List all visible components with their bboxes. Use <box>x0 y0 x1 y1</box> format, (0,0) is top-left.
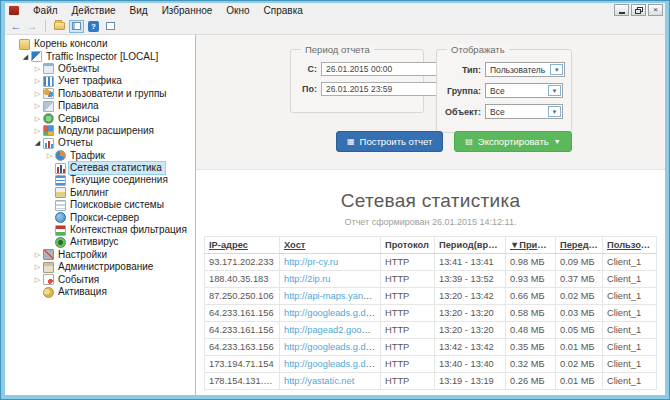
tree-item[interactable]: Активация <box>5 286 195 298</box>
tree-item[interactable]: Контекстная фильтрация <box>5 224 195 236</box>
tree-item[interactable]: Прокси-сервер <box>5 211 195 223</box>
table-cell: 13:41 - 13:41 <box>435 254 506 271</box>
app-window: Файл Действие Вид Избранное Окно Справка… <box>0 0 670 400</box>
tree-item[interactable]: ▷Администрирование <box>5 261 195 273</box>
table-cell: 87.250.250.106 <box>205 288 280 305</box>
date-from-input[interactable] <box>321 62 442 76</box>
chevron-down-icon: ▼ <box>550 64 563 75</box>
antivirus-icon <box>55 237 66 248</box>
table-cell: 0.58 МБ <box>506 305 556 322</box>
collapsed-expander-icon[interactable]: ▷ <box>32 115 43 123</box>
tree-item[interactable]: Корень консоли <box>5 38 195 50</box>
table-cell: 0.37 МБ <box>556 271 603 288</box>
tree-item[interactable]: ◢Traffic Inspector [LOCAL] <box>5 50 195 62</box>
table-cell: Client_1 <box>603 373 657 390</box>
collapsed-expander-icon[interactable]: ▷ <box>32 102 43 110</box>
current-connections-icon <box>55 175 66 186</box>
tree-item-label: Правила <box>57 100 102 112</box>
host-link[interactable]: http://pr-cy.ru <box>284 257 338 267</box>
export-button[interactable]: ▤ Экспортировать ▼ <box>454 131 571 152</box>
group-dropdown[interactable]: Все ▼ <box>485 83 563 98</box>
collapsed-expander-icon[interactable]: ▷ <box>32 251 43 259</box>
table-cell: Client_1 <box>603 271 657 288</box>
tree-item-label: Контекстная фильтрация <box>69 224 190 236</box>
close-button[interactable]: × <box>648 4 663 16</box>
tree-item[interactable]: ▷Пользователи и группы <box>5 88 195 100</box>
table-cell: HTTP <box>381 373 435 390</box>
table-cell: http://googleads.g.dou... <box>280 339 381 356</box>
tree-item[interactable]: Сетевая статистика <box>5 162 195 174</box>
restore-button[interactable] <box>631 4 646 16</box>
date-to-input[interactable] <box>321 82 442 96</box>
collapsed-expander-icon[interactable]: ▷ <box>32 65 43 73</box>
menu-window[interactable]: Окно <box>219 5 256 16</box>
tree-item[interactable]: ▷Учет трафика <box>5 75 195 87</box>
type-dropdown[interactable]: Пользователь ▼ <box>485 62 565 77</box>
menu-action[interactable]: Действие <box>65 5 123 16</box>
column-header[interactable]: IP-адрес <box>205 237 280 254</box>
host-link[interactable]: http://api-maps.yandex.ru <box>284 291 381 301</box>
collapsed-expander-icon[interactable]: ▷ <box>32 77 43 85</box>
forward-icon[interactable]: → <box>25 20 39 32</box>
menu-favorites[interactable]: Избранное <box>155 5 220 16</box>
table-row: 64.233.161.156http://googleads.g.dou...H… <box>205 305 657 322</box>
tree-item[interactable]: ▷Сервисы <box>5 112 195 124</box>
menu-file[interactable]: Файл <box>26 5 65 16</box>
tree-item[interactable]: Антивирус <box>5 236 195 248</box>
host-link[interactable]: http://yastatic.net <box>284 376 354 386</box>
tree-item[interactable]: Биллинг <box>5 187 195 199</box>
content-filtering-icon <box>55 225 66 236</box>
host-link[interactable]: http://pagead2.googles... <box>284 325 381 335</box>
show-hide-tree-icon[interactable] <box>69 20 84 33</box>
column-header[interactable]: Хост <box>280 237 381 254</box>
collapsed-expander-icon[interactable]: ▷ <box>32 263 43 271</box>
expanded-expander-icon[interactable]: ◢ <box>32 139 43 147</box>
toolbar-separator <box>45 20 46 32</box>
build-report-button[interactable]: ▦ Построить отчет <box>336 131 443 152</box>
column-header[interactable]: Пользователь <box>603 237 657 254</box>
tree-item[interactable]: ▷Трафик <box>5 150 195 162</box>
collapsed-expander-icon[interactable]: ▷ <box>44 152 55 160</box>
menu-bar: Файл Действие Вид Избранное Окно Справка… <box>5 3 665 18</box>
tree-item[interactable]: Поисковые системы <box>5 199 195 211</box>
host-link[interactable]: http://2ip.ru <box>284 274 331 284</box>
users-groups-icon <box>43 88 54 99</box>
help-icon[interactable]: ? <box>86 20 101 33</box>
collapsed-expander-icon[interactable]: ▷ <box>32 127 43 135</box>
export-list-icon[interactable] <box>103 20 118 33</box>
up-one-level-icon[interactable] <box>52 20 67 33</box>
tree-item[interactable]: ▷Правила <box>5 100 195 112</box>
extension-modules-icon <box>43 125 54 136</box>
host-link[interactable]: http://googleads.g.dou... <box>284 342 381 352</box>
column-header[interactable]: ▼Принято <box>506 237 556 254</box>
collapsed-expander-icon[interactable]: ▷ <box>32 276 43 284</box>
tree-item[interactable]: Текущие соединения <box>5 174 195 186</box>
network-statistics-icon <box>55 163 66 174</box>
table-cell: 0.66 МБ <box>506 288 556 305</box>
column-header[interactable]: Передано <box>556 237 603 254</box>
back-icon[interactable]: ← <box>9 20 23 32</box>
table-cell: 13:19 - 13:19 <box>435 373 506 390</box>
table-cell: Client_1 <box>603 254 657 271</box>
traffic-report-icon <box>55 150 66 161</box>
tree-item[interactable]: ◢Отчеты <box>5 137 195 149</box>
table-cell: http://api-maps.yandex.ru <box>280 288 381 305</box>
tree-item[interactable]: ▷Модули расширения <box>5 125 195 137</box>
menu-view[interactable]: Вид <box>123 5 155 16</box>
traffic-accounting-icon <box>43 76 54 87</box>
host-link[interactable]: http://googleads.g.dou... <box>284 359 381 369</box>
tree-item[interactable]: ▷Объекты <box>5 63 195 75</box>
tree-item[interactable]: ▷Настройки <box>5 249 195 261</box>
object-dropdown[interactable]: Все ▼ <box>485 104 563 119</box>
tree-item-label: Прокси-сервер <box>69 212 142 224</box>
host-link[interactable]: http://googleads.g.dou... <box>284 308 381 318</box>
menu-help[interactable]: Справка <box>257 5 310 16</box>
table-cell: HTTP <box>381 305 435 322</box>
expanded-expander-icon[interactable]: ◢ <box>20 53 31 61</box>
table-cell: HTTP <box>381 322 435 339</box>
tree-item[interactable]: ▷События <box>5 273 195 285</box>
minimize-button[interactable] <box>614 4 629 16</box>
table-cell: 64.233.161.156 <box>205 305 280 322</box>
column-header: Протокол <box>381 237 435 254</box>
collapsed-expander-icon[interactable]: ▷ <box>32 90 43 98</box>
